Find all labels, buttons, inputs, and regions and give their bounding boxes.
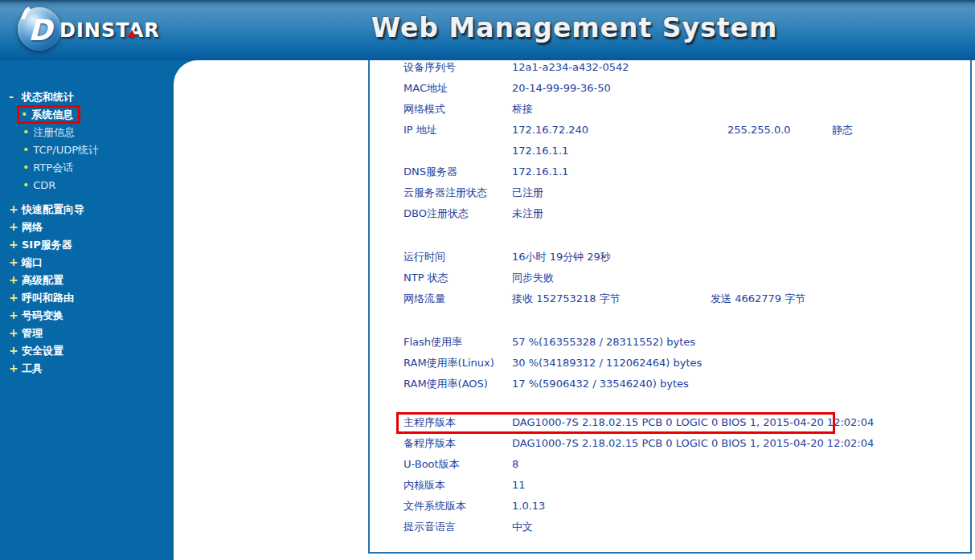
info-label: 运行时间 (404, 247, 445, 268)
sidebar-subitem-label: CDR (33, 179, 55, 191)
info-label: 文件系统版本 (404, 496, 466, 517)
info-value: 未注册 (512, 203, 543, 224)
sidebar-subitem-label: RTP会话 (33, 161, 73, 174)
info-label: DBO注册状态 (404, 203, 469, 224)
info-value-2: 255.255.0.0 (727, 120, 791, 141)
sidebar-item-label: 快速配置向导 (22, 203, 84, 215)
sidebar-subitem-inner: •RTP会话 (21, 158, 77, 177)
info-row: 主程序版本DAG1000-7S 2.18.02.15 PCB 0 LOGIC 0… (370, 412, 970, 433)
info-value: 同步失败 (512, 268, 554, 288)
sidebar-item[interactable]: +号码变换 (0, 306, 174, 324)
info-value: 57 %(16355328 / 28311552) bytes (512, 332, 695, 353)
sidebar-item[interactable]: +工具 (0, 359, 174, 377)
sidebar-subitem-label: TCP/UDP统计 (33, 144, 99, 156)
bullet-icon: • (23, 125, 29, 138)
info-section: 设备序列号12a1-a234-a432-0542MAC地址20-14-99-99… (370, 57, 970, 224)
bullet-icon: • (23, 178, 29, 191)
info-row: 设备序列号12a1-a234-a432-0542 (370, 57, 970, 78)
sidebar-item[interactable]: +网络 (0, 218, 174, 235)
logo-circle-icon: D (18, 7, 61, 51)
sidebar-item[interactable]: +管理 (0, 324, 174, 341)
info-section: Flash使用率57 %(16355328 / 28311552) bytesR… (370, 332, 970, 394)
sidebar-subitem[interactable]: •RTP会话 (0, 158, 174, 176)
info-row: 网络流量接收 152753218 字节发送 4662779 字节 (370, 288, 970, 309)
info-value: 12a1-a234-a432-0542 (512, 57, 629, 78)
info-row: DNS服务器172.16.1.1 (370, 161, 970, 182)
sidebar-item[interactable]: +端口 (0, 253, 174, 271)
info-label: 设备序列号 (404, 57, 456, 78)
info-value: 16小时 19分钟 29秒 (512, 247, 611, 268)
content-wrap: 设备序列号12a1-a234-a432-0542MAC地址20-14-99-99… (174, 60, 975, 560)
sidebar-item[interactable]: +高级配置 (0, 271, 174, 288)
info-value: DAG1000-7S 2.18.02.15 PCB 0 LOGIC 0 BIOS… (512, 412, 874, 433)
sidebar-item[interactable]: +SIP服务器 (0, 235, 174, 253)
info-value: 30 %(34189312 / 112062464) bytes (512, 353, 702, 374)
logo-d-icon: D (28, 14, 52, 47)
info-row: RAM使用率(Linux)30 %(34189312 / 112062464) … (370, 353, 970, 374)
expand-icon: + (0, 359, 22, 377)
sidebar-subitem[interactable]: •系统信息 (0, 105, 174, 123)
sidebar-subitem[interactable]: •注册信息 (0, 123, 174, 141)
sidebar-item-label: 号码变换 (22, 309, 63, 321)
info-label: MAC地址 (404, 78, 448, 99)
sidebar-item-label: 高级配置 (22, 274, 63, 286)
header: D DINSTAR Web Management System (0, 0, 975, 60)
info-row: MAC地址20-14-99-99-36-50 (370, 78, 970, 99)
info-value: 172.16.72.240 (512, 120, 588, 141)
bullet-icon: • (23, 161, 29, 174)
info-label: DNS服务器 (404, 161, 457, 182)
sidebar-item[interactable]: +快速配置向导 (0, 200, 174, 218)
info-label: IP 地址 (404, 120, 437, 141)
info-value: 8 (512, 454, 518, 475)
system-info-rows: 设备序列号12a1-a234-a432-0542MAC地址20-14-99-99… (370, 57, 970, 538)
bullet-icon: • (23, 143, 29, 156)
sidebar-subitem-inner: •注册信息 (21, 123, 79, 141)
collapse-icon: - (0, 88, 22, 105)
info-value: 已注册 (512, 182, 543, 203)
info-value: DAG1000-7S 2.18.02.15 PCB 0 LOGIC 0 BIOS… (512, 433, 874, 454)
expand-icon: + (0, 288, 22, 306)
sidebar-subitem-inner: •系统信息 (17, 105, 80, 124)
info-label: Flash使用率 (404, 332, 462, 353)
info-value: 中文 (512, 517, 533, 538)
info-value: 172.16.1.1 (512, 161, 568, 182)
content: 设备序列号12a1-a234-a432-0542MAC地址20-14-99-99… (174, 60, 975, 560)
system-info-panel: 设备序列号12a1-a234-a432-0542MAC地址20-14-99-99… (368, 60, 972, 554)
info-value: 172.16.1.1 (512, 141, 568, 161)
info-value: 桥接 (512, 99, 533, 120)
info-label: 云服务器注册状态 (404, 182, 487, 203)
brand-triangle-icon (127, 30, 137, 38)
brand-text: DINSTAR (59, 19, 160, 42)
sidebar-item-label: 呼叫和路由 (22, 292, 74, 304)
info-value-2: 发送 4662779 字节 (711, 288, 805, 309)
info-row: U-Boot版本8 (370, 454, 970, 475)
info-row: 云服务器注册状态已注册 (370, 182, 970, 203)
expand-icon: + (0, 200, 22, 218)
expand-icon: + (0, 341, 22, 359)
sidebar-item[interactable]: -状态和统计 (0, 88, 174, 105)
info-label: NTP 状态 (404, 268, 449, 288)
sidebar-subitem-label: 系统信息 (31, 108, 73, 121)
info-label: 内核版本 (404, 475, 445, 496)
info-value: 接收 152753218 字节 (512, 288, 621, 309)
info-label: 备程序版本 (404, 433, 456, 454)
info-label: 网络模式 (404, 99, 445, 120)
bullet-icon: • (21, 108, 27, 121)
sidebar-item-label: 管理 (22, 327, 43, 339)
expand-icon: + (0, 218, 22, 235)
expand-icon: + (0, 271, 22, 288)
info-row: 运行时间16小时 19分钟 29秒 (370, 247, 970, 268)
sidebar-subitem-inner: •TCP/UDP统计 (21, 141, 103, 159)
sidebar-item[interactable]: +安全设置 (0, 341, 174, 359)
info-row: RAM使用率(AOS)17 %(5906432 / 33546240) byte… (370, 374, 970, 394)
sidebar-subitem[interactable]: •TCP/UDP统计 (0, 141, 174, 158)
sidebar-subitem-inner: •CDR (21, 176, 59, 194)
info-row: Flash使用率57 %(16355328 / 28311552) bytes (370, 332, 970, 353)
sidebar: -状态和统计•系统信息•注册信息•TCP/UDP统计•RTP会话•CDR+快速配… (0, 60, 174, 560)
sidebar-subitem[interactable]: •CDR (0, 176, 174, 194)
sidebar-item-label: 端口 (22, 256, 43, 268)
info-value: 17 %(5906432 / 33546240) bytes (512, 374, 689, 394)
info-value: 20-14-99-99-36-50 (512, 78, 611, 99)
sidebar-item-label: 状态和统计 (22, 91, 74, 103)
sidebar-item[interactable]: +呼叫和路由 (0, 288, 174, 306)
